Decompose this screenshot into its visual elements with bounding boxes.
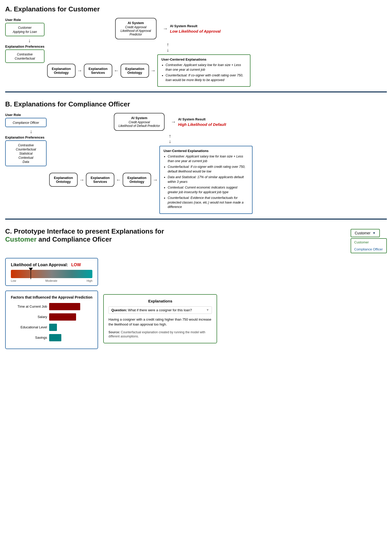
section-a-center: AI System Credit ApprovalLikelihood of A… [47,18,250,87]
user-dropdown-container: Customer ▼ Customer Compliance Officer [351,229,387,253]
explanations-widget-container: Explanations Question: What if there wer… [103,294,217,344]
factor-bar-1 [49,303,80,310]
section-b-center: AI System Credit ApprovalLikelihood of D… [49,113,253,214]
dropdown-selected-label: Customer [355,231,371,235]
arrow-right2-a: → [151,68,156,74]
question-row: Question: What if there were a cosigner … [108,306,212,314]
arrow-right-ai-b: → [171,119,176,125]
arrow-right-ai-a: → [163,26,168,32]
question-value: What if there were a cosigner for this l… [128,308,192,312]
question-text: Question: What if there were a cosigner … [111,308,204,312]
dropdown-chevron-icon: ▼ [373,231,376,235]
factor-bar-4 [49,334,61,341]
factor-bar-3 [49,324,57,331]
user-centered-expl-list-a: Contrastive: Applicant salary low for lo… [161,63,246,82]
expl-ontology2-label-b: ExplanationOntology [127,176,146,184]
marker-line [31,271,31,279]
ai-result-label-a: AI System Result [170,24,221,28]
customer-label: CustomerApplying for Loan [13,26,37,34]
explanation-body: Having a cosigner with a credit rating h… [108,317,212,327]
explanation-source: Source: Counterfactual explanation creat… [108,330,212,339]
user-role-label-a: User Role [5,18,45,22]
factor-row-4: Savings [11,334,92,341]
arrow-down-a: ↓ [14,38,45,43]
expl-services-box-b: ExplanationServices [86,173,114,187]
ai-system-subtitle-b: Credit ApprovalLikelihood of Default Pre… [119,120,160,128]
arrow-down-b: ↓ [16,129,47,134]
center-diagram-a: ExplanationOntology → ExplanationService… [47,54,250,87]
user-centered-expl-list-b: Contrastive: Applicant salary low for lo… [164,154,248,209]
expl-services-label-b: ExplanationServices [91,176,110,184]
factor-bar-2 [49,313,76,321]
factors-panel: Factors that Influenced the Approval Pre… [5,291,98,349]
section-a-left: User Role CustomerApplying for Loan ↓ Ex… [5,18,45,63]
expl-pref-label-b: Explanation Preferences [5,135,47,139]
ai-system-box-a: AI System Credit ApprovalLikelihood of A… [115,18,157,39]
bar-labels: Low Moderate High [11,279,92,282]
user-centered-expl-box-b: User-Centered Explanations Contrastive: … [159,146,253,214]
factor-bar-wrap-2 [49,313,92,321]
likelihood-panel: Likelihood of Loan Approval: LOW Low Mod… [5,258,98,286]
dropdown-option-customer[interactable]: Customer [351,239,386,246]
expl-ontology2-label-a: ExplanationOntology [125,67,144,75]
bar-label-high: High [87,279,93,282]
likelihood-bar [11,270,92,278]
source-text: Counterfactual explanation created by ru… [108,330,205,338]
pref-box-a: ContrastiveCounterfactual [5,49,45,63]
factor-row-3: Educational Level [11,324,92,331]
section-c-title-customer: Customer [5,235,36,243]
section-a-header: A. Explanations for Customer [5,5,387,13]
section-c-title-part2: and Compliance Oficer [39,235,112,243]
factor-label-1: Time at Current Job [11,305,47,308]
arrow-right1-a: → [77,68,82,74]
center-diagram-b: ExplanationOntology → ExplanationService… [49,146,253,214]
section-b-header: B. Explanations for Compliance Officer [5,100,387,108]
arrow-left1-a: ← [114,68,119,74]
left-panels: Likelihood of Loan Approval: LOW Low Mod… [5,258,98,349]
expl-pref-label-a: Explanation Preferences [5,45,45,48]
section-c-title-part1: C. Prototype Interface to present Explan… [5,227,164,235]
arrow-down-ai-b: ↓ [169,139,171,144]
likelihood-title: Likelihood of Loan Approval: LOW [11,263,92,267]
ai-system-box-b: AI System Credit ApprovalLikelihood of D… [114,113,165,131]
arrow-up-ai-a: ↑ [167,42,169,47]
marker-triangle-icon [29,268,33,271]
arrow-down-ai-a: ↓ [167,47,169,53]
section-b-left: User Role Compliance Officer ↓ Explanati… [5,113,47,166]
pref-box-b: ContrastiveCounterfactualStatisticalCont… [5,140,47,166]
factor-label-2: Salary [11,315,47,319]
ai-result-label-b: AI System Result [178,117,226,121]
question-dropdown-icon[interactable]: ▼ [206,308,209,312]
pref-value-a: ContrastiveCounterfactual [15,53,35,60]
factor-row-2: Salary [11,313,92,321]
expl-ontology1-label-a: ExplanationOntology [52,67,71,75]
expl-item-b-4: Contextual: Current economic indicators … [168,185,248,194]
dropdown-option-compliance[interactable]: Compliance Officer [351,246,386,253]
ai-system-label-b: AI System [119,116,160,120]
factor-label-3: Educational Level [11,325,47,329]
user-centered-expl-title-b: User-Centered Explanations [164,149,248,153]
section-b: B. Explanations for Compliance Officer U… [5,100,387,220]
expl-ontology1-box-a: ExplanationOntology [47,64,76,78]
user-role-label-b: User Role [5,113,47,117]
compliance-officer-box: Compliance Officer [5,118,47,127]
user-dropdown[interactable]: Customer ▼ [351,229,380,237]
expl-item-a-1: Contrastive: Applicant salary low for lo… [166,63,246,72]
expl-services-box-a: ExplanationServices [84,64,112,78]
ai-result-section-b: AI System Result High Likelihood of Defa… [178,117,226,127]
arrow-up-ai-b: ↑ [169,133,171,139]
ai-system-subtitle-a: Credit ApprovalLikelihood of ApprovalPre… [120,25,152,36]
expl-item-b-1: Contrastive: Applicant salary low for lo… [168,154,248,163]
expl-item-b-5: Counterfactual: Evidence that counterfac… [168,196,248,209]
ai-result-section-a: AI System Result Low Likelihood of Appro… [170,24,221,33]
expl-item-a-2: Counterfactual: If co-signer with credit… [166,73,246,82]
factor-row-1: Time at Current Job [11,303,92,310]
ai-result-value-a: Low Likelihood of Approval [170,29,221,33]
expl-ontology2-box-a: ExplanationOntology [121,64,149,78]
expl-ontology2-box-b: ExplanationOntology [123,173,151,187]
bar-marker [29,268,33,279]
section-c-title: C. Prototype Interface to present Explan… [5,227,345,243]
bar-label-low: Low [11,279,16,282]
arrow-left1-b: ← [116,177,121,183]
source-label: Source: [108,330,120,334]
